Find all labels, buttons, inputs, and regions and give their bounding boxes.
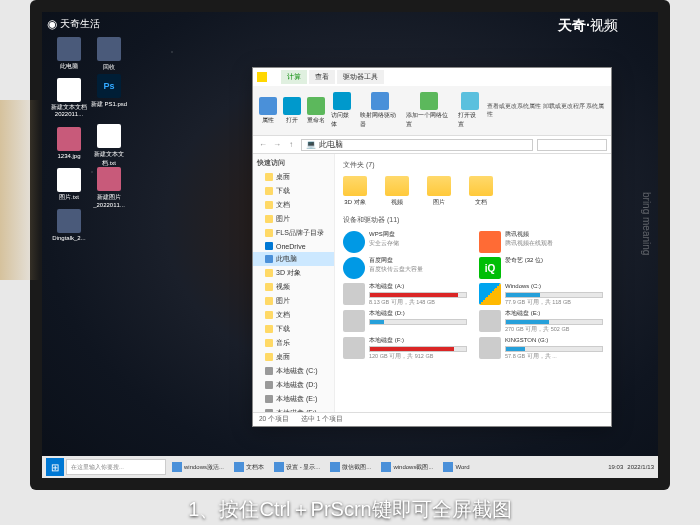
folder-row: 3D 对象 视频 图片 文档	[343, 176, 603, 207]
status-bar: 20 个项目 选中 1 个项目	[253, 412, 611, 426]
tab-computer[interactable]: 计算	[281, 70, 307, 84]
drive-item-5[interactable]: Windows (C:)77.9 GB 可用，共 118 GB	[479, 283, 603, 306]
sidebar-quickaccess[interactable]: 快速访问	[253, 156, 334, 170]
sidebar-drive-e[interactable]: 本地磁盘 (E:)	[253, 392, 334, 406]
sidebar-onedrive[interactable]: OneDrive	[253, 240, 334, 252]
tab-view[interactable]: 查看	[309, 70, 335, 84]
drive-icon	[479, 310, 501, 332]
section-drives[interactable]: 设备和驱动器 (11)	[343, 215, 603, 227]
folder-pictures[interactable]: 图片	[427, 176, 451, 207]
drive-icon	[343, 257, 365, 279]
taskbar: ⊞ 在这里输入你要搜... windows激活... 文档本 设置 - 显示..…	[42, 456, 658, 478]
nav-fwd-icon[interactable]: →	[271, 139, 283, 151]
folder-3d[interactable]: 3D 对象	[343, 176, 367, 207]
drive-item-9[interactable]: KINGSTON (G:)57.8 GB 可用，共 ...	[479, 337, 603, 360]
sidebar-3dobjects[interactable]: 3D 对象	[253, 266, 334, 280]
status-count: 20 个项目	[259, 415, 289, 424]
system-tray[interactable]: 19:03 2022/1/13	[608, 464, 654, 470]
explorer-body: 快速访问 桌面 下载 文档 图片 FLS品牌子目录 OneDrive 此电脑 3…	[253, 154, 611, 412]
sidebar-downloads[interactable]: 下载	[253, 184, 334, 198]
drive-item-2[interactable]: 百度网盘百度快传云盘大容量	[343, 257, 467, 279]
ribbon-text-group[interactable]: 查看或更改系统属性 卸载或更改程序 系统属性	[487, 103, 605, 119]
drive-item-7[interactable]: 本地磁盘 (E:)270 GB 可用，共 502 GB	[479, 310, 603, 333]
drive-icon	[479, 283, 501, 305]
taskbar-item-3[interactable]: 微信截图...	[326, 458, 375, 476]
taskbar-item-4[interactable]: windows截图...	[377, 458, 437, 476]
desktop-icon-thispc[interactable]: 此电脑	[50, 37, 88, 70]
taskbar-item-1[interactable]: 文档本	[230, 458, 268, 476]
drive-item-3[interactable]: iQ爱奇艺 (32 位)	[479, 257, 603, 279]
tab-drivetools[interactable]: 驱动器工具	[337, 70, 384, 84]
ribbon-settings[interactable]: 打开设置	[458, 92, 481, 129]
ribbon-addnet[interactable]: 添加一个网络位置	[406, 92, 452, 129]
breadcrumb-thispc[interactable]: 此电脑	[319, 139, 343, 150]
desktop-icon-dingtalk[interactable]: Dingtalk_2...	[50, 209, 88, 242]
ribbon: 属性 打开 重命名 访问媒体 映射网络驱动器 添加一个网络位置 打开设置 查看或…	[253, 86, 611, 136]
explorer-icon	[257, 72, 267, 82]
desktop-icon-newtext[interactable]: 新建文本文档.txt	[90, 124, 128, 168]
tray-date: 2022/1/13	[627, 464, 654, 470]
sidebar-thispc[interactable]: 此电脑	[253, 252, 334, 266]
drive-icon	[343, 231, 365, 253]
drive-item-0[interactable]: WPS网盘安全云存储	[343, 231, 467, 253]
desktop-icons-column1: 此电脑 新建文本文档2022011... 1234.jpg 图片.txt Din…	[50, 37, 88, 242]
sidebar-documents[interactable]: 文档	[253, 198, 334, 212]
nav-buttons: ← → ↑	[257, 139, 297, 151]
decorative-wheat	[0, 100, 40, 280]
nav-back-icon[interactable]: ←	[257, 139, 269, 151]
watermark-topright: 天奇·视频	[558, 17, 618, 35]
desktop-icon-recycle[interactable]: 回收	[90, 37, 128, 72]
drive-item-6[interactable]: 本地磁盘 (D:)	[343, 310, 467, 333]
file-explorer-window: 计算 查看 驱动器工具 属性 打开 重命名 访问媒体 映射网络驱动器 添加一个网…	[252, 67, 612, 427]
ribbon-open[interactable]: 打开	[283, 97, 301, 125]
desktop-screen: 天奇生活 天奇·视频 bring meaning 此电脑 新建文本文档20220…	[42, 12, 658, 478]
side-decorative-text: bring meaning	[641, 192, 652, 255]
taskbar-item-2[interactable]: 设置 - 显示...	[270, 458, 324, 476]
sidebar-desktop2[interactable]: 桌面	[253, 350, 334, 364]
search-box[interactable]	[537, 139, 607, 151]
explorer-main: 文件夹 (7) 3D 对象 视频 图片 文档 设备和驱动器 (11) WPS网盘…	[335, 154, 611, 412]
drive-item-4[interactable]: 本地磁盘 (A:)8.13 GB 可用，共 148 GB	[343, 283, 467, 306]
drive-icon	[479, 337, 501, 359]
tray-time: 19:03	[608, 464, 623, 470]
breadcrumb-icon: 💻	[306, 140, 316, 149]
monitor-frame: 天奇生活 天奇·视频 bring meaning 此电脑 新建文本文档20220…	[30, 0, 670, 490]
ribbon-tabs: 计算 查看 驱动器工具	[281, 70, 384, 84]
desktop-icon-textdoc[interactable]: 新建文本文档2022011...	[50, 78, 88, 118]
folder-videos[interactable]: 视频	[385, 176, 409, 207]
desktop-icon-jpg[interactable]: 1234.jpg	[50, 127, 88, 160]
ribbon-properties[interactable]: 属性	[259, 97, 277, 125]
sidebar-desktop[interactable]: 桌面	[253, 170, 334, 184]
sidebar-drive-c[interactable]: 本地磁盘 (C:)	[253, 364, 334, 378]
taskbar-item-0[interactable]: windows激活...	[168, 458, 228, 476]
drive-icon	[343, 337, 365, 359]
taskbar-item-5[interactable]: Word	[439, 458, 473, 476]
sidebar-fls[interactable]: FLS品牌子目录	[253, 226, 334, 240]
explorer-sidebar: 快速访问 桌面 下载 文档 图片 FLS品牌子目录 OneDrive 此电脑 3…	[253, 154, 335, 412]
taskbar-search[interactable]: 在这里输入你要搜...	[66, 459, 166, 475]
ribbon-mapdrive[interactable]: 映射网络驱动器	[360, 92, 400, 129]
ribbon-media[interactable]: 访问媒体	[331, 92, 354, 129]
sidebar-music[interactable]: 音乐	[253, 336, 334, 350]
explorer-titlebar[interactable]: 计算 查看 驱动器工具	[253, 68, 611, 86]
sidebar-drive-f[interactable]: 本地磁盘 (F:)	[253, 406, 334, 412]
desktop-icon-psd[interactable]: Ps新建 PS1.psd	[90, 74, 128, 109]
sidebar-docs2[interactable]: 文档	[253, 308, 334, 322]
sidebar-videos[interactable]: 视频	[253, 280, 334, 294]
watermark-topleft: 天奇生活	[47, 17, 100, 31]
drive-item-1[interactable]: 腾讯视频腾讯视频在线观看	[479, 231, 603, 253]
sidebar-downloads2[interactable]: 下载	[253, 322, 334, 336]
drive-item-8[interactable]: 本地磁盘 (F:)120 GB 可用，共 912 GB	[343, 337, 467, 360]
nav-up-icon[interactable]: ↑	[285, 139, 297, 151]
sidebar-pictures[interactable]: 图片	[253, 212, 334, 226]
folder-docs[interactable]: 文档	[469, 176, 493, 207]
desktop-icon-txt[interactable]: 图片.txt	[50, 168, 88, 201]
video-caption: 1、按住Ctrl＋PrScrn键即可全屏截图	[0, 496, 700, 523]
address-bar[interactable]: 💻 此电脑	[301, 139, 533, 151]
section-folders[interactable]: 文件夹 (7)	[343, 160, 603, 172]
sidebar-pictures2[interactable]: 图片	[253, 294, 334, 308]
desktop-icon-newpic[interactable]: 新建图片_2022011...	[90, 167, 128, 208]
start-button[interactable]: ⊞	[46, 458, 64, 476]
ribbon-rename[interactable]: 重命名	[307, 97, 325, 125]
sidebar-drive-d[interactable]: 本地磁盘 (D:)	[253, 378, 334, 392]
